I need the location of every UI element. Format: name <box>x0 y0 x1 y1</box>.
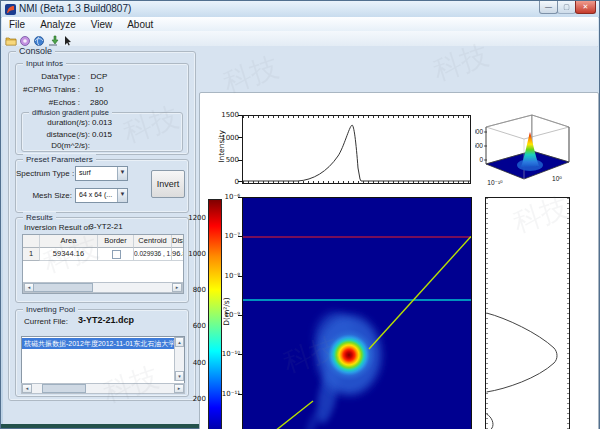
import-icon[interactable] <box>47 33 59 45</box>
pool-h-scrollbar[interactable]: ◂ ▸ <box>21 383 185 394</box>
cpmg-trains-value: 10 <box>74 85 124 94</box>
tick-mark <box>238 115 242 116</box>
console-group: Console Input infos DataType : DCP #CPMG… <box>8 51 196 401</box>
surface-3d-plot: 1000 500 0 10⁻¹⁰ 10⁰ <box>475 103 595 193</box>
table-header-dist: Dist <box>172 235 183 248</box>
menu-about[interactable]: About <box>125 19 155 30</box>
tick-mark <box>238 160 242 161</box>
hm-ytick-3: 10⁻⁹ <box>216 311 240 319</box>
minimize-button[interactable]: — <box>539 1 558 14</box>
table-cell-area: 59344.16 <box>40 248 98 261</box>
cbar-600: 600 <box>188 322 206 330</box>
diffusion-group: diffusion gradient pulse duration(/s): 0… <box>21 112 183 152</box>
ytick-1000: 1000 <box>218 134 239 142</box>
tick-mark <box>238 197 242 198</box>
heatmap <box>242 197 472 429</box>
globe-icon[interactable] <box>33 33 45 45</box>
hm-ytick-2: 10⁻⁸ <box>216 272 240 280</box>
title-bar: NMI (Beta 1.3 Build0807) — ▢ ✕ <box>1 1 599 18</box>
hm-ytick-5: 10⁻¹¹ <box>216 390 240 398</box>
maximize-button[interactable]: ▢ <box>557 1 576 14</box>
t2-projection-ylabel: Intensity <box>217 117 226 177</box>
open-folder-icon[interactable] <box>5 33 17 45</box>
distance-value: 0.015 <box>78 130 126 139</box>
tick-mark <box>238 354 242 355</box>
surface-xtick-left: 10⁻¹⁰ <box>487 179 503 186</box>
scroll-down-icon[interactable]: ▾ <box>175 371 184 381</box>
pool-v-scrollbar[interactable]: ▴ ▾ <box>174 337 184 381</box>
tick-mark <box>238 276 242 277</box>
tick-mark <box>238 137 242 138</box>
inversion-result-value: 3-YT2-21 <box>76 222 136 231</box>
tick-mark <box>238 181 242 182</box>
spectrum-type-dropdown[interactable]: surf ▼ <box>75 166 128 181</box>
diagonal-line-upper <box>369 237 471 350</box>
cbar-200: 200 <box>188 395 206 403</box>
scroll-up-icon[interactable]: ▴ <box>175 337 184 347</box>
datatype-value: DCP <box>74 72 124 81</box>
pointer-icon[interactable] <box>61 33 73 45</box>
menu-file[interactable]: File <box>7 19 27 30</box>
ztick-500: 500 <box>475 142 483 149</box>
pool-listbox[interactable]: 核磁共振数据-2012年度2012-11-01东北石油大学3-YT2-21.dc… <box>21 336 185 384</box>
scroll-thumb[interactable] <box>33 283 93 292</box>
spectrum-type-label: Spectrum Type : <box>16 169 72 178</box>
ytick-500: 500 <box>218 156 239 164</box>
pool-list-item-selected[interactable]: 核磁共振数据-2012年度2012-11-01东北石油大学3-YT2-21.dc… <box>22 338 174 349</box>
chevron-down-icon[interactable]: ▼ <box>117 189 127 202</box>
minor-ticks <box>567 198 569 429</box>
app-window: NMI (Beta 1.3 Build0807) — ▢ ✕ File Anal… <box>0 0 600 429</box>
inverting-pool-group: Inverting Pool Current File: 3-YT2-21.dc… <box>15 309 189 397</box>
tick-mark <box>238 394 242 395</box>
minor-ticks <box>243 181 470 183</box>
palette-icon[interactable] <box>19 33 31 45</box>
mesh-size-dropdown[interactable]: 64 x 64 (... ▼ <box>75 188 128 203</box>
toolbar <box>2 31 598 47</box>
menu-analyze[interactable]: Analyze <box>38 19 78 30</box>
cbar-1200: 1200 <box>188 214 206 222</box>
preset-parameters-label: Preset Parameters <box>23 154 96 165</box>
surface-xtick-right: 10⁰ <box>552 175 562 182</box>
scroll-thumb[interactable] <box>42 384 86 393</box>
heatmap-overlay <box>243 198 471 429</box>
mesh-size-value: 64 x 64 (... <box>79 191 112 198</box>
input-infos-label: Input infos <box>23 58 66 69</box>
menu-view[interactable]: View <box>89 19 115 30</box>
scroll-right-icon[interactable]: ▸ <box>172 283 182 292</box>
app-icon <box>5 4 16 15</box>
diagonal-line-lower <box>275 401 313 429</box>
results-table[interactable]: Area Border Centroid Dist 1 59344.16 0.0… <box>22 234 184 294</box>
table-cell-dist: 96.87 <box>172 248 183 261</box>
results-group: Results Inversion Result of: 3-YT2-21 Ar… <box>15 217 189 303</box>
scroll-left-icon[interactable]: ◂ <box>22 384 32 393</box>
ytick-0: 0 <box>218 178 239 186</box>
tick-mark <box>238 236 242 237</box>
d-projection-plot <box>485 197 570 429</box>
ztick-1000: 1000 <box>475 128 483 135</box>
current-file-label: Current File: <box>24 317 74 326</box>
hm-ytick-1: 10⁻⁷ <box>216 232 240 240</box>
cbar-800: 800 <box>188 286 206 294</box>
invert-button[interactable]: Invert <box>151 170 185 198</box>
t2-projection-curve <box>243 116 470 183</box>
t2-projection-plot <box>242 115 471 184</box>
cbar-1000: 1000 <box>188 250 206 258</box>
menu-bar: File Analyze View About <box>2 17 598 32</box>
table-h-scrollbar[interactable]: ◂ ▸ <box>23 282 183 293</box>
chevron-down-icon[interactable]: ▼ <box>117 167 127 180</box>
current-file-value: 3-YT2-21.dcp <box>71 315 141 325</box>
inverting-pool-label: Inverting Pool <box>23 304 78 315</box>
minor-ticks <box>243 116 470 118</box>
preset-parameters-group: Preset Parameters Spectrum Type : surf ▼… <box>15 159 189 213</box>
console-group-label: Console <box>16 46 55 57</box>
duration-value: 0.013 <box>78 118 126 127</box>
tick-mark <box>238 315 242 316</box>
datatype-label: DataType : <box>16 72 80 81</box>
scroll-right-icon[interactable]: ▸ <box>174 384 184 393</box>
window-title: NMI (Beta 1.3 Build0807) <box>19 3 131 14</box>
border-checkbox[interactable] <box>112 250 121 259</box>
cbar-400: 400 <box>188 359 206 367</box>
close-button[interactable]: ✕ <box>575 1 596 14</box>
echos-label: #Echos : <box>16 98 80 107</box>
spectrum-type-value: surf <box>79 169 91 176</box>
